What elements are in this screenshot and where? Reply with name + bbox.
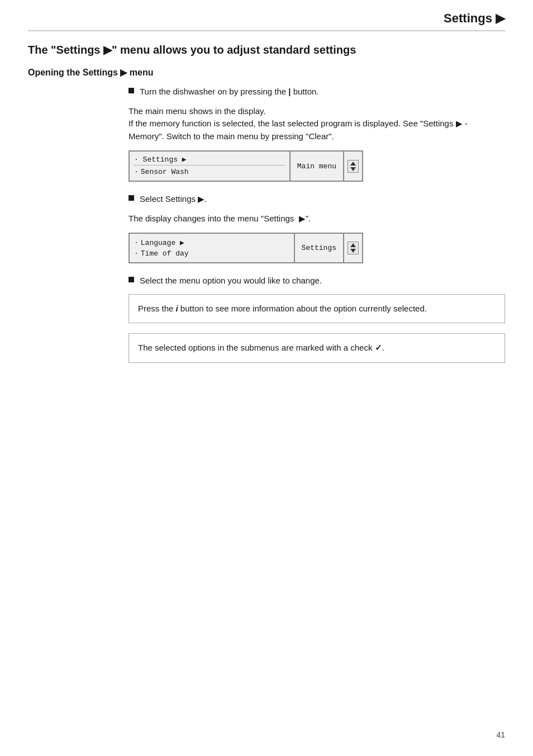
arrow-down-icon-2 [350,249,356,253]
step-1-text: Turn the dishwasher on by pressing the |… [140,86,319,98]
bullet-icon-3 [129,277,134,282]
display-main-menu: · Settings ▶ · Sensor Wash Main menu [129,150,363,182]
step-2-text: Select Settings ▶. [140,193,207,206]
sensor-wash-label: Sensor Wash [141,168,189,176]
display-item-language: · Language ▶ [134,237,289,248]
display-item-settings: · Settings ▶ [134,155,285,166]
main-heading: The "Settings ▶" menu allows you to adju… [28,42,505,57]
step-2-para: The display changes into the menu "Setti… [129,212,505,225]
language-label: Language ▶ [141,238,184,247]
info-button-icon: i [176,304,178,313]
content-area: Turn the dishwasher on by pressing the |… [129,86,505,363]
info-text-1: Press the i button to see more informati… [138,304,427,313]
settings-label-center: Settings [302,244,336,252]
scroll-arrows-1 [348,160,359,173]
dot-icon: · [134,168,139,176]
display-item-timeofday: · Time of day [134,248,289,259]
bullet-icon-2 [129,195,134,201]
settings-label: · Settings ▶ [134,155,187,164]
display-center-label-1: Main menu [291,152,343,181]
info-text-2: The selected options in the submenus are… [138,343,384,352]
display-item-sensorwash: · Sensor Wash [134,167,285,177]
display-scroll-1 [343,152,362,181]
display-menu-items-2: · Language ▶ · Time of day [130,234,295,262]
arrow-up-icon [350,162,356,166]
step-1-bullet: Turn the dishwasher on by pressing the |… [129,86,505,98]
main-menu-label: Main menu [297,162,336,171]
scroll-arrows-2 [348,242,359,254]
step-2-bullet: Select Settings ▶. [129,193,505,206]
display-settings-menu: · Language ▶ · Time of day Settings [129,233,363,263]
time-of-day-label: Time of day [141,249,189,258]
checkmark: ✓ [375,343,382,352]
page-header: Settings ▶ [28,11,505,31]
display-scroll-2 [343,234,362,262]
arrow-down-icon [350,167,356,171]
button-icon: | [288,87,291,96]
header-title: Settings ▶ [444,11,505,26]
bullet-icon [129,88,134,93]
info-box-1: Press the i button to see more informati… [129,294,505,324]
display-menu-items-1: · Settings ▶ · Sensor Wash [130,152,291,181]
dot-icon-3: · [134,249,139,258]
step-1-para: The main menu shows in the display. If t… [129,105,505,143]
display-center-label-2: Settings [295,234,343,262]
dot-icon-2: · [134,239,139,247]
arrow-up-icon-2 [350,243,356,247]
step-3-bullet: Select the menu option you would like to… [129,275,505,287]
page-number: 41 [496,730,505,739]
step-3-text: Select the menu option you would like to… [140,275,322,287]
info-box-2: The selected options in the submenus are… [129,333,505,363]
sub-heading: Opening the Settings ▶ menu [28,67,505,78]
